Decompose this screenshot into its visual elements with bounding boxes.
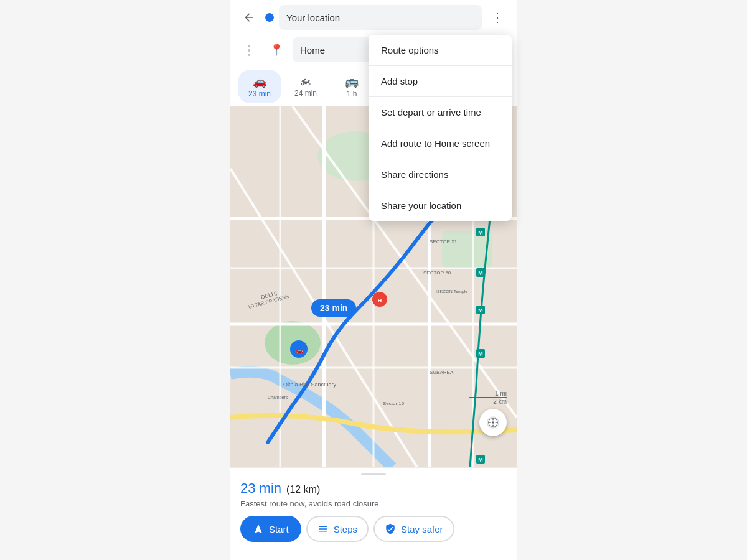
- route-time-bubble: 23 min: [311, 299, 356, 317]
- motorcycle-time: 24 min: [294, 89, 317, 98]
- motorcycle-icon: 🏍: [300, 75, 311, 88]
- map-scale: 1 mi 2 km: [469, 390, 507, 405]
- scale-km: 2 km: [493, 398, 507, 405]
- svg-text:M: M: [478, 270, 483, 276]
- svg-text:Chambers: Chambers: [268, 395, 288, 399]
- svg-rect-2: [442, 231, 492, 268]
- action-buttons: Start Steps Stay safer: [240, 516, 507, 542]
- tab-motorcycle[interactable]: 🏍 24 min: [284, 70, 327, 103]
- car-time: 23 min: [248, 90, 271, 98]
- svg-text:🚗: 🚗: [295, 346, 303, 354]
- tab-transit[interactable]: 🚌 1 h: [330, 70, 374, 103]
- svg-text:SECTOR 50: SECTOR 50: [423, 270, 451, 276]
- menu-item-add-stop[interactable]: Add stop: [369, 66, 512, 96]
- svg-text:M: M: [478, 307, 483, 314]
- route-time: 23 min: [240, 480, 281, 497]
- route-description: Fastest route now, avoids road closure: [240, 499, 507, 508]
- menu-item-share-location[interactable]: Share your location: [369, 190, 512, 221]
- tab-car[interactable]: 🚗 23 min: [238, 70, 281, 103]
- back-button[interactable]: [238, 6, 260, 29]
- menu-item-share-directions[interactable]: Share directions: [369, 159, 512, 190]
- location-dot: [265, 13, 274, 22]
- menu-item-set-time[interactable]: Set depart or arrive time: [369, 97, 512, 128]
- phone-container: ⋮ 📍 🚗 23 min 🏍 24 min 🚌 1 h: [230, 0, 517, 560]
- svg-text:H: H: [378, 297, 382, 304]
- shield-icon: [385, 523, 396, 534]
- drag-handle: [361, 473, 386, 475]
- navigation-icon: [253, 523, 264, 534]
- svg-text:Okhla Bird Sanctuary: Okhla Bird Sanctuary: [283, 381, 337, 388]
- route-distance: (12 km): [286, 484, 320, 495]
- svg-text:SECTOR 51: SECTOR 51: [430, 239, 458, 245]
- bottom-panel: 23 min (12 km) Fastest route now, avoids…: [230, 467, 517, 549]
- route-dots: [238, 44, 260, 56]
- menu-item-add-home[interactable]: Add route to Home screen: [369, 128, 512, 159]
- svg-point-3: [265, 321, 321, 365]
- menu-item-route-options[interactable]: Route options: [369, 35, 512, 65]
- svg-text:Sector 16: Sector 16: [383, 401, 405, 406]
- steps-button[interactable]: Steps: [306, 516, 369, 542]
- car-icon: 🚗: [253, 75, 266, 88]
- header: ⋮: [230, 0, 517, 35]
- svg-text:M: M: [478, 457, 483, 463]
- start-button[interactable]: Start: [240, 516, 301, 542]
- svg-text:SUBAREA: SUBAREA: [430, 370, 454, 375]
- scale-miles: 1 mi: [495, 390, 507, 397]
- svg-text:M: M: [478, 230, 483, 236]
- dropdown-menu: Route options Add stop Set depart or arr…: [369, 35, 512, 221]
- route-info: 23 min (12 km): [240, 480, 507, 497]
- transit-icon: 🚌: [345, 75, 359, 88]
- stay-safer-button[interactable]: Stay safer: [374, 516, 454, 542]
- compass-button[interactable]: [479, 409, 507, 436]
- svg-point-46: [492, 421, 494, 424]
- location-input[interactable]: [279, 5, 482, 30]
- svg-text:ISKCON Temple: ISKCON Temple: [436, 289, 467, 294]
- svg-text:M: M: [478, 351, 483, 357]
- destination-pin-icon: 📍: [265, 43, 288, 57]
- transit-time: 1 h: [347, 90, 357, 98]
- more-button[interactable]: ⋮: [487, 6, 509, 29]
- steps-icon: [317, 523, 329, 534]
